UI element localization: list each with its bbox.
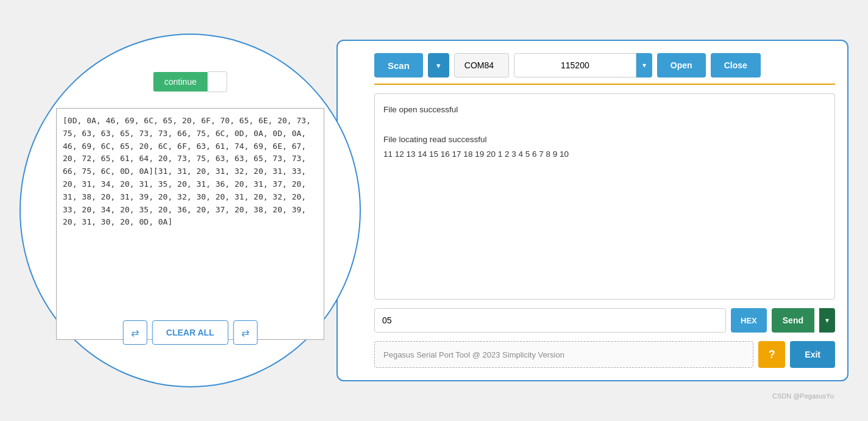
left-icon: ⇄ xyxy=(131,327,139,339)
baud-dropdown-button[interactable]: ▾ xyxy=(636,53,652,77)
send-arrow-icon: ▾ xyxy=(825,316,829,325)
continue-area: continue xyxy=(154,71,227,92)
left-circle-panel: continue [0D, 0A, 46, 69, 6C, 65, 20, 6F… xyxy=(20,34,361,387)
right-panel: Scan ▾ COM84 ▾ Open Close File open succ… xyxy=(336,40,848,381)
exit-button[interactable]: Exit xyxy=(790,341,835,368)
continue-button[interactable]: continue xyxy=(154,72,208,92)
question-mark-icon: ? xyxy=(769,348,775,361)
output-line-3: 11 12 13 14 15 16 17 18 19 20 1 2 3 4 5 … xyxy=(383,147,826,162)
baud-group: ▾ xyxy=(514,53,652,77)
output-line-1: File open successful xyxy=(383,103,826,117)
right-icon: ⇄ xyxy=(241,327,249,339)
baud-rate-input[interactable] xyxy=(514,53,636,77)
bottom-controls: ⇄ CLEAR ALL ⇄ xyxy=(123,320,258,345)
left-scroll-button[interactable]: ⇄ xyxy=(123,320,148,345)
send-button[interactable]: Send xyxy=(772,308,814,333)
baud-arrow-icon: ▾ xyxy=(642,61,646,70)
dropdown-arrow-icon: ▾ xyxy=(436,61,441,70)
port-value-text: COM84 xyxy=(464,60,494,70)
continue-side-button[interactable] xyxy=(207,71,227,92)
port-dropdown-button[interactable]: ▾ xyxy=(428,53,449,77)
hex-button[interactable]: HEX xyxy=(731,308,767,333)
clear-all-button[interactable]: CLEAR ALL xyxy=(152,320,229,345)
watermark: CSDN @PegasusYu xyxy=(772,392,834,400)
scan-button[interactable]: Scan xyxy=(374,53,423,77)
send-row: HEX Send ▾ xyxy=(374,308,835,333)
send-input[interactable] xyxy=(374,308,726,333)
close-button[interactable]: Close xyxy=(711,53,761,77)
help-button[interactable]: ? xyxy=(758,341,785,368)
toolbar: Scan ▾ COM84 ▾ Open Close xyxy=(374,53,835,85)
output-area[interactable]: File open successful File locating read … xyxy=(374,93,835,300)
port-display: COM84 xyxy=(454,53,509,77)
watermark-text: CSDN @PegasusYu xyxy=(772,392,834,400)
bottom-row: Pegasus Serial Port Tool @ 2023 Simplici… xyxy=(374,341,835,368)
send-dropdown-button[interactable]: ▾ xyxy=(819,308,835,333)
open-button[interactable]: Open xyxy=(657,53,706,77)
data-output-textarea[interactable]: [0D, 0A, 46, 69, 6C, 65, 20, 6F, 70, 65,… xyxy=(56,108,324,340)
main-container: continue [0D, 0A, 46, 69, 6C, 65, 20, 6F… xyxy=(20,15,848,406)
output-line-2: File locating read successful xyxy=(383,132,826,147)
status-text: Pegasus Serial Port Tool @ 2023 Simplici… xyxy=(383,350,564,359)
status-box: Pegasus Serial Port Tool @ 2023 Simplici… xyxy=(374,341,753,368)
right-scroll-button[interactable]: ⇄ xyxy=(233,320,257,345)
